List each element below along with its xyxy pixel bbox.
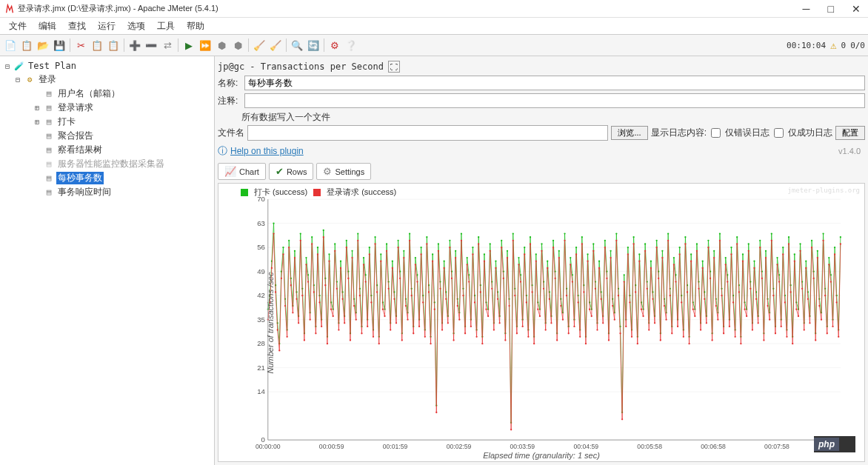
svg-point-487 [568,332,570,334]
paste-icon[interactable]: 📋 [106,38,121,53]
svg-point-575 [736,243,738,244]
svg-point-245 [679,247,681,248]
svg-point-77 [357,232,358,234]
menu-help[interactable]: 帮助 [181,20,210,33]
clear-icon[interactable]: 🧹 [252,38,267,53]
svg-point-559 [706,322,707,324]
filename-input[interactable] [247,125,608,141]
browse-button[interactable]: 浏览... [611,126,647,140]
svg-point-212 [615,232,617,234]
svg-point-248 [684,236,686,238]
svg-point-41 [288,240,290,241]
svg-text:00:03:59: 00:03:59 [510,443,535,450]
minimize-button[interactable]: ─ [800,3,813,15]
warning-icon[interactable]: ⚠ [830,39,836,51]
svg-point-573 [732,301,734,303]
test-plan-tree[interactable]: ⊟ 🧪 Test Plan ⊟ ⚙ 登录 ▤用户名（邮箱）⊞▤登录请求⊞▤打卡▤… [0,56,215,465]
svg-point-548 [684,243,686,244]
tree-item[interactable]: ⊞▤登录请求 [1,101,213,115]
comment-input[interactable] [244,93,865,108]
new-icon[interactable]: 📄 [3,38,18,53]
maximize-button[interactable]: □ [825,3,837,15]
menu-edit[interactable]: 编辑 [33,20,62,33]
svg-point-450 [497,298,498,300]
templates-icon[interactable]: 📋 [19,38,34,53]
svg-text:00:02:59: 00:02:59 [447,443,472,450]
help-link[interactable]: Help on this plugin [230,146,304,156]
svg-point-53 [311,236,313,238]
svg-point-598 [781,326,782,327]
close-button[interactable]: ✕ [849,3,864,15]
start-icon[interactable]: ▶ [181,38,196,53]
tree-item[interactable]: ▤聚合报告 [1,129,213,143]
svg-point-558 [704,298,705,300]
svg-point-200 [592,243,594,244]
stop-icon[interactable]: ⬢ [214,38,229,53]
menu-search[interactable]: 查找 [62,20,92,33]
tree-item[interactable]: ⊞▤打卡 [1,115,213,129]
success-only-checkbox[interactable] [774,128,784,138]
tree-thread-group[interactable]: ⊟ ⚙ 登录 [1,73,213,87]
svg-point-161 [518,257,519,258]
tree-item[interactable]: ▤事务响应时间 [1,185,213,199]
tree-item[interactable]: ▤每秒事务数 [1,171,213,185]
menu-run[interactable]: 运行 [92,20,121,33]
svg-point-513 [618,295,619,296]
svg-point-402 [405,305,407,307]
tab-chart[interactable]: 📈 Chart [218,163,266,180]
svg-point-420 [439,288,441,290]
svg-point-479 [552,247,554,248]
tree-item[interactable]: ▤察看结果树 [1,143,213,157]
clear-all-icon[interactable]: 🧹 [268,38,283,53]
error-only-checkbox[interactable] [711,128,721,138]
menu-options[interactable]: 选项 [121,20,151,33]
svg-point-415 [430,343,431,344]
reset-search-icon[interactable]: 🔄 [306,38,321,53]
shutdown-icon[interactable]: ⬢ [230,38,245,53]
menu-tools[interactable]: 工具 [151,20,181,33]
svg-point-447 [491,288,493,290]
search-icon[interactable]: 🔍 [290,38,304,53]
svg-point-290 [765,250,767,252]
cut-icon[interactable]: ✂ [73,38,88,53]
collapse-icon[interactable]: ➖ [144,38,158,53]
help-icon[interactable]: ❔ [344,38,358,53]
legend-label-1: 登录请求 (success) [327,187,396,198]
testplan-icon: 🧪 [13,60,25,72]
svg-point-56 [317,247,318,248]
start-no-pause-icon[interactable]: ⏩ [198,38,213,53]
timer-display: 00:10:04 [787,41,826,50]
svg-point-521 [632,243,634,244]
tree-item[interactable]: ▤用户名（邮箱） [1,87,213,101]
function-helper-icon[interactable]: ⚙ [327,38,342,53]
name-input[interactable] [244,76,865,90]
chart-icon: 📈 [224,166,236,177]
svg-point-410 [420,253,421,255]
svg-point-432 [462,295,464,296]
tab-settings[interactable]: ⚙ Settings [316,163,371,180]
open-icon[interactable]: 📂 [36,38,50,53]
svg-point-381 [364,281,366,282]
save-icon[interactable]: 💾 [52,38,67,53]
svg-point-431 [461,240,462,241]
menu-file[interactable]: 文件 [3,20,33,33]
svg-point-514 [619,332,621,334]
tree-item[interactable]: ▤服务器性能监控数据采集器 [1,157,213,171]
svg-point-426 [451,278,453,279]
tab-rows[interactable]: ✔ Rows [269,163,314,180]
copy-icon[interactable]: 📋 [90,38,104,53]
svg-point-597 [778,281,780,282]
svg-point-119 [438,243,439,244]
config-button[interactable]: 配置 [835,126,865,140]
svg-text:00:00:59: 00:00:59 [319,443,344,450]
svg-point-65 [334,243,335,244]
svg-point-457 [510,429,512,430]
expand-icon[interactable]: ➕ [127,38,142,53]
svg-point-539 [667,240,669,241]
tree-root[interactable]: ⊟ 🧪 Test Plan [1,59,213,73]
svg-point-468 [531,291,533,292]
toggle-icon[interactable]: ⇄ [160,38,175,53]
svg-point-511 [614,319,615,321]
svg-point-421 [441,329,443,330]
expand-panel-icon[interactable]: ⛶ [388,61,400,73]
